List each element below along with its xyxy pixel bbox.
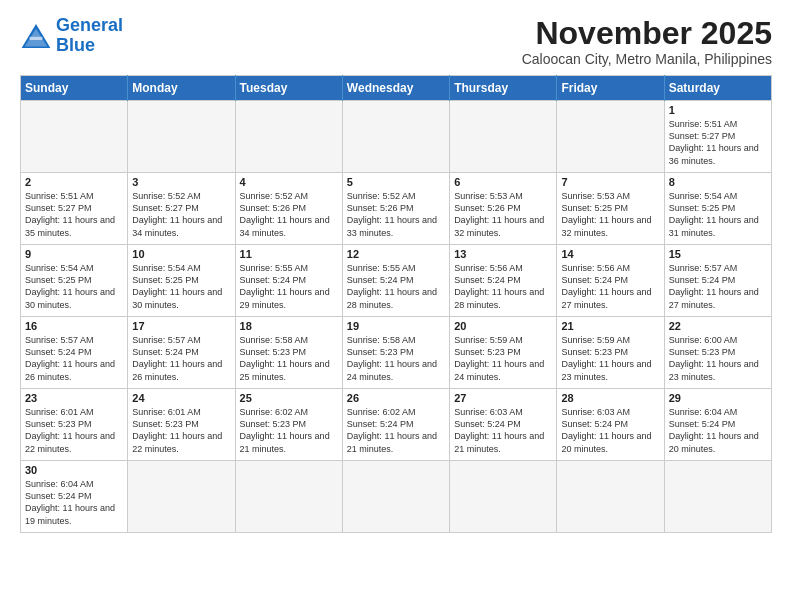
table-row: 30 Sunrise: 6:04 AMSunset: 5:24 PMDaylig… bbox=[21, 461, 772, 533]
day-15: 15 Sunrise: 5:57 AMSunset: 5:24 PMDaylig… bbox=[664, 245, 771, 317]
day-21: 21 Sunrise: 5:59 AMSunset: 5:23 PMDaylig… bbox=[557, 317, 664, 389]
empty-cell bbox=[128, 101, 235, 173]
header: General Blue November 2025 Caloocan City… bbox=[20, 16, 772, 67]
empty-cell bbox=[450, 461, 557, 533]
day-26: 26 Sunrise: 6:02 AMSunset: 5:24 PMDaylig… bbox=[342, 389, 449, 461]
svg-rect-2 bbox=[30, 37, 43, 40]
sunset-label: Sunset: bbox=[669, 131, 702, 141]
empty-cell bbox=[21, 101, 128, 173]
title-block: November 2025 Caloocan City, Metro Manil… bbox=[522, 16, 772, 67]
table-row: 16 Sunrise: 5:57 AMSunset: 5:24 PMDaylig… bbox=[21, 317, 772, 389]
daylight-label: Daylight: bbox=[669, 143, 707, 153]
header-monday: Monday bbox=[128, 76, 235, 101]
table-row: 2 Sunrise: 5:51 AMSunset: 5:27 PMDayligh… bbox=[21, 173, 772, 245]
empty-cell bbox=[342, 461, 449, 533]
empty-cell bbox=[235, 461, 342, 533]
logo-blue: Blue bbox=[56, 35, 95, 55]
empty-cell bbox=[235, 101, 342, 173]
logo-general: General bbox=[56, 15, 123, 35]
day-19: 19 Sunrise: 5:58 AMSunset: 5:23 PMDaylig… bbox=[342, 317, 449, 389]
header-tuesday: Tuesday bbox=[235, 76, 342, 101]
day-13: 13 Sunrise: 5:56 AMSunset: 5:24 PMDaylig… bbox=[450, 245, 557, 317]
day-22: 22 Sunrise: 6:00 AMSunset: 5:23 PMDaylig… bbox=[664, 317, 771, 389]
day-23: 23 Sunrise: 6:01 AMSunset: 5:23 PMDaylig… bbox=[21, 389, 128, 461]
day-17: 17 Sunrise: 5:57 AMSunset: 5:24 PMDaylig… bbox=[128, 317, 235, 389]
day-7: 7 Sunrise: 5:53 AMSunset: 5:25 PMDayligh… bbox=[557, 173, 664, 245]
calendar-header: Sunday Monday Tuesday Wednesday Thursday… bbox=[21, 76, 772, 101]
location: Caloocan City, Metro Manila, Philippines bbox=[522, 51, 772, 67]
day-8: 8 Sunrise: 5:54 AMSunset: 5:25 PMDayligh… bbox=[664, 173, 771, 245]
day-27: 27 Sunrise: 6:03 AMSunset: 5:24 PMDaylig… bbox=[450, 389, 557, 461]
calendar-table: Sunday Monday Tuesday Wednesday Thursday… bbox=[20, 75, 772, 533]
day-5: 5 Sunrise: 5:52 AMSunset: 5:26 PMDayligh… bbox=[342, 173, 449, 245]
table-row: 1 Sunrise: 5:51 AM Sunset: 5:27 PM Dayli… bbox=[21, 101, 772, 173]
page: General Blue November 2025 Caloocan City… bbox=[0, 0, 792, 543]
day-12: 12 Sunrise: 5:55 AMSunset: 5:24 PMDaylig… bbox=[342, 245, 449, 317]
day-11: 11 Sunrise: 5:55 AMSunset: 5:24 PMDaylig… bbox=[235, 245, 342, 317]
calendar-body: 1 Sunrise: 5:51 AM Sunset: 5:27 PM Dayli… bbox=[21, 101, 772, 533]
header-friday: Friday bbox=[557, 76, 664, 101]
header-wednesday: Wednesday bbox=[342, 76, 449, 101]
day-30: 30 Sunrise: 6:04 AMSunset: 5:24 PMDaylig… bbox=[21, 461, 128, 533]
day-14: 14 Sunrise: 5:56 AMSunset: 5:24 PMDaylig… bbox=[557, 245, 664, 317]
day-24: 24 Sunrise: 6:01 AMSunset: 5:23 PMDaylig… bbox=[128, 389, 235, 461]
day-29: 29 Sunrise: 6:04 AMSunset: 5:24 PMDaylig… bbox=[664, 389, 771, 461]
header-thursday: Thursday bbox=[450, 76, 557, 101]
day-3: 3 Sunrise: 5:52 AMSunset: 5:27 PMDayligh… bbox=[128, 173, 235, 245]
empty-cell bbox=[557, 461, 664, 533]
empty-cell bbox=[128, 461, 235, 533]
logo-icon bbox=[20, 22, 52, 50]
empty-cell bbox=[664, 461, 771, 533]
day-1: 1 Sunrise: 5:51 AM Sunset: 5:27 PM Dayli… bbox=[664, 101, 771, 173]
day-20: 20 Sunrise: 5:59 AMSunset: 5:23 PMDaylig… bbox=[450, 317, 557, 389]
empty-cell bbox=[342, 101, 449, 173]
day-4: 4 Sunrise: 5:52 AMSunset: 5:26 PMDayligh… bbox=[235, 173, 342, 245]
empty-cell bbox=[450, 101, 557, 173]
day-28: 28 Sunrise: 6:03 AMSunset: 5:24 PMDaylig… bbox=[557, 389, 664, 461]
table-row: 23 Sunrise: 6:01 AMSunset: 5:23 PMDaylig… bbox=[21, 389, 772, 461]
month-title: November 2025 bbox=[522, 16, 772, 51]
day-16: 16 Sunrise: 5:57 AMSunset: 5:24 PMDaylig… bbox=[21, 317, 128, 389]
table-row: 9 Sunrise: 5:54 AMSunset: 5:25 PMDayligh… bbox=[21, 245, 772, 317]
day-2: 2 Sunrise: 5:51 AMSunset: 5:27 PMDayligh… bbox=[21, 173, 128, 245]
day-18: 18 Sunrise: 5:58 AMSunset: 5:23 PMDaylig… bbox=[235, 317, 342, 389]
day-25: 25 Sunrise: 6:02 AMSunset: 5:23 PMDaylig… bbox=[235, 389, 342, 461]
header-sunday: Sunday bbox=[21, 76, 128, 101]
day-9: 9 Sunrise: 5:54 AMSunset: 5:25 PMDayligh… bbox=[21, 245, 128, 317]
header-saturday: Saturday bbox=[664, 76, 771, 101]
sunrise-label: Sunrise: bbox=[669, 119, 705, 129]
logo-text: General Blue bbox=[56, 16, 123, 56]
logo: General Blue bbox=[20, 16, 123, 56]
day-6: 6 Sunrise: 5:53 AMSunset: 5:26 PMDayligh… bbox=[450, 173, 557, 245]
day-10: 10 Sunrise: 5:54 AMSunset: 5:25 PMDaylig… bbox=[128, 245, 235, 317]
empty-cell bbox=[557, 101, 664, 173]
